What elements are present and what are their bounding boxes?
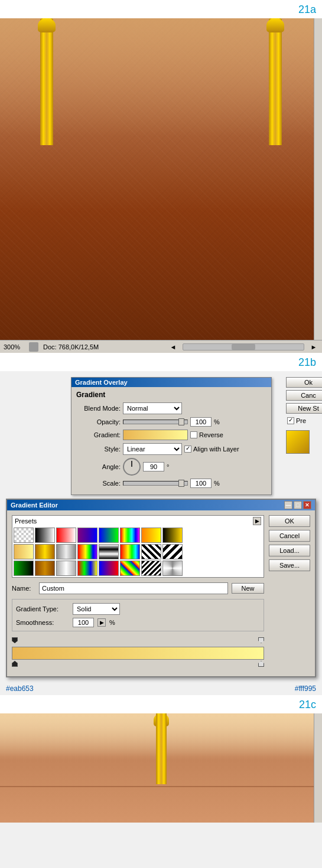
opacity-slider[interactable] [123,420,188,424]
ge-smooth-row: Smoothness: ▶ % [16,618,260,627]
ge-save-button[interactable]: Save... [269,559,310,571]
presets-label: Presets [15,517,37,525]
section-label-b: 21b [0,353,322,371]
color-hints: #eab653 #fff995 [0,682,322,695]
status-bar: 300% Doc: 768,0K/12,5M ◄ ► [0,340,322,353]
close-button[interactable]: ✕ [303,501,311,509]
preset-rainbow2[interactable] [77,544,97,559]
smoothness-input[interactable] [73,618,94,627]
ge-cancel-button[interactable]: Cancel [269,530,310,542]
scale-slider-thumb[interactable] [178,480,184,487]
preset-conic[interactable] [162,561,183,576]
color-stop-left[interactable] [12,661,18,667]
ge-type-section: Gradient Type: Solid Smoothness: ▶ % [12,599,264,631]
preview-checkbox[interactable] [287,417,294,424]
gradient-type-select[interactable]: Solid [73,603,120,615]
preset-diag[interactable] [141,561,161,576]
name-label: Name: [12,585,35,592]
gold-peg-left [40,18,53,145]
arrow-right[interactable]: ► [309,343,318,351]
align-layer-checkbox[interactable] [184,446,191,453]
preset-purple[interactable] [77,528,97,543]
opacity-row: Opacity: % [76,417,266,427]
ge-load-button[interactable]: Load... [269,545,310,556]
angle-dial[interactable] [123,458,141,476]
smoothness-stepper[interactable]: ▶ [97,618,106,627]
preset-diag2[interactable] [162,544,183,559]
preset-silver2[interactable] [56,561,76,576]
zoom-level: 300% [4,343,24,351]
ok-button[interactable]: Ok [286,377,322,388]
opacity-stop-left[interactable] [12,637,18,643]
new-style-button[interactable]: New St [286,403,322,414]
style-row: Style: Linear Align with Layer [76,443,266,455]
preset-black-white[interactable] [35,528,55,543]
angle-row: Angle: ° [76,458,266,476]
reverse-checkbox-label[interactable]: Reverse [190,431,223,438]
arrow-left[interactable]: ◄ [168,343,178,351]
align-layer-label[interactable]: Align with Layer [184,446,239,453]
peg-center [156,713,167,784]
color-hint-right: #fff995 [295,684,316,693]
canvas-21c-scrollbar[interactable] [314,713,322,823]
preset-copper[interactable] [35,544,55,559]
reverse-checkbox[interactable] [190,431,197,438]
preset-red-white[interactable] [56,528,76,543]
preset-orange-yellow[interactable] [141,528,161,543]
preset-gold[interactable] [14,544,34,559]
angle-dial-indicator [131,461,132,467]
scroll-thumb[interactable] [232,344,256,350]
scale-slider[interactable] [123,481,188,486]
opacity-label: Opacity: [76,418,121,425]
preset-multi[interactable] [120,561,140,576]
horizontal-scrollbar[interactable] [183,343,304,351]
preset-rainbow[interactable] [120,528,140,543]
opacity-input[interactable] [190,417,212,427]
canvas-scrollbar-right[interactable] [314,18,322,340]
angle-input[interactable] [143,462,164,471]
style-select[interactable]: Linear [123,443,182,455]
preset-green-black[interactable] [14,561,34,576]
dialog-section-header: Gradient [76,391,266,399]
preset-blue-red[interactable] [99,561,119,576]
gradient-preview[interactable] [123,430,188,440]
presets-row-2 [14,544,262,559]
opacity-slider-thumb[interactable] [178,418,184,425]
cancel-button[interactable]: Canc [286,390,322,401]
maximize-button[interactable]: □ [294,501,302,509]
peg-head-left [38,18,56,32]
preset-stripe[interactable] [141,544,161,559]
preset-vibrant[interactable] [77,561,97,576]
gold-peg-right [269,18,282,145]
preset-transparent[interactable] [14,528,34,543]
presets-menu-arrow[interactable]: ▶ [253,517,261,525]
ge-ok-button[interactable]: OK [269,515,310,527]
gradient-overlay-dialog: Gradient Overlay Gradient Blend Mode: No… [71,377,272,495]
blend-mode-select[interactable]: Normal [123,402,182,414]
preset-copper2[interactable] [35,561,55,576]
name-input[interactable] [39,582,228,594]
ge-name-row: Name: New [12,582,264,594]
color-stop-right[interactable] [258,661,264,667]
canvas-21c [0,713,322,823]
preset-black-gold[interactable] [162,528,183,543]
style-label: Style: [76,446,121,453]
minimize-button[interactable]: — [284,501,292,509]
preset-chrome[interactable] [99,544,119,559]
opacity-stop-right[interactable] [258,637,264,643]
gradient-overlay-titlebar: Gradient Overlay [71,378,271,387]
preview-checkbox-label[interactable]: Pre [286,416,322,425]
canvas-horizon [0,786,322,787]
opacity-unit: % [214,418,220,425]
scale-input[interactable] [190,479,212,488]
color-swatch [286,430,310,454]
doc-info: Doc: 768,0K/12,5M [43,343,164,351]
preset-silver[interactable] [56,544,76,559]
section-label-c: 21c [0,695,322,713]
preset-blue-green[interactable] [99,528,119,543]
new-gradient-button[interactable]: New [232,583,264,594]
preset-rainbow3[interactable] [120,544,140,559]
color-hint-left: #eab653 [6,684,34,693]
ge-left-panel: Presets ▶ [12,515,264,672]
gradient-bar[interactable] [12,647,264,660]
